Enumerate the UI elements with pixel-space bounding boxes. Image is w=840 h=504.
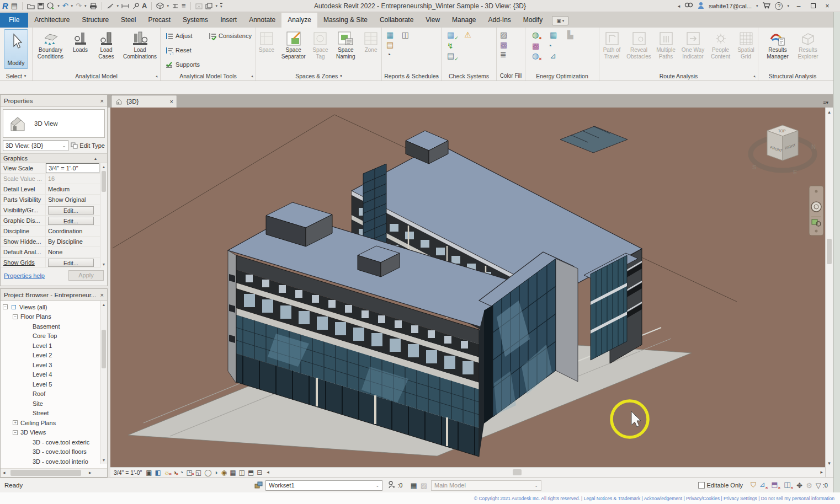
text-icon[interactable]: A — [142, 1, 147, 12]
editable-only-checkbox[interactable] — [698, 482, 705, 489]
tab-structure[interactable]: Structure — [76, 13, 115, 28]
space-separator-button[interactable]: Space Separator — [278, 29, 309, 61]
scroll-left-icon[interactable]: ◂ — [3, 470, 6, 475]
sun-path-icon[interactable]: ☼× — [164, 469, 170, 476]
tab-precast[interactable]: Precast — [142, 13, 177, 28]
optimize-icon[interactable]: ⊿ — [550, 51, 556, 60]
sync-icon[interactable] — [47, 2, 55, 9]
tab-add-ins[interactable]: Add-Ins — [482, 13, 517, 28]
show-grids-edit-button[interactable]: Edit... — [48, 259, 94, 267]
maximize-button[interactable] — [808, 2, 818, 10]
view-tab-close-icon[interactable]: × — [170, 98, 173, 105]
analytical-model-icon[interactable]: ◫ — [239, 469, 245, 476]
tree-item-level-5[interactable]: Level 5 — [1, 379, 107, 389]
space-naming-button[interactable]: Space Naming — [332, 29, 359, 61]
show-crop-region-icon[interactable]: ◱ — [195, 469, 201, 476]
check-warning-icon[interactable]: ⚠ — [464, 30, 471, 39]
open-icon[interactable] — [27, 3, 35, 9]
canvas-hscrollbar[interactable]: ◂ ▸ — [265, 468, 825, 477]
background-processes-icon[interactable]: ◫× — [784, 480, 793, 490]
worksets-icon[interactable] — [254, 481, 263, 490]
print-icon[interactable] — [89, 3, 97, 9]
tab-collaborate[interactable]: Collaborate — [374, 13, 419, 28]
panel-label-select[interactable]: Select▾ — [0, 71, 32, 81]
graphic-display-edit-button[interactable]: Edit... — [48, 217, 94, 225]
properties-close-icon[interactable]: × — [100, 98, 104, 104]
properties-help-link[interactable]: Properties help — [4, 272, 45, 279]
load-cases-button[interactable]: Load Cases — [93, 29, 120, 61]
reveal-constraints-icon[interactable]: ⊟ — [257, 469, 262, 476]
expand-icon[interactable]: + — [13, 420, 18, 425]
color-fill-legend-icon[interactable]: ≣ — [500, 50, 507, 59]
tab-architecture[interactable]: Architecture — [28, 13, 76, 28]
check-panel-icon[interactable]: ▤✓ — [447, 51, 459, 60]
tree-item-level-1[interactable]: Level 1 — [1, 341, 107, 351]
shadows-icon[interactable]: ◑× — [173, 469, 177, 476]
load-combinations-button[interactable]: Load Combinations — [121, 29, 160, 61]
tree-item-3d-views[interactable]: −3D Views — [1, 428, 107, 438]
collapse-icon[interactable]: − — [13, 314, 18, 319]
route-schedule-icon[interactable]: ◫ — [402, 30, 409, 39]
customize-qat-icon[interactable]: ▾ — [220, 3, 222, 9]
delete-energy-model-icon[interactable]: ◍× — [532, 51, 541, 60]
tree-item-site[interactable]: Site — [1, 399, 107, 409]
tab-view[interactable]: View — [419, 13, 446, 28]
scroll-right-icon[interactable]: ▸ — [89, 470, 92, 475]
section-icon[interactable] — [172, 3, 179, 9]
loss-report-icon[interactable]: ◔ — [386, 50, 391, 59]
tree-item-cove-tool-floors[interactable]: 3D - cove.tool floors — [1, 447, 107, 457]
minimize-button[interactable]: – — [794, 2, 804, 10]
property-row[interactable]: Show GridsEdit... — [1, 258, 107, 268]
energy-settings-icon[interactable]: ▦ — [550, 30, 557, 39]
ribbon-display-toggle[interactable]: ▣▾ — [552, 16, 568, 25]
section-graphics[interactable]: Graphics▴ — [1, 153, 107, 163]
worksharing-display-icon[interactable]: ⛉ — [751, 481, 756, 490]
property-row[interactable]: Visibility/Gr...Edit... — [1, 205, 107, 216]
project-browser-hscrollbar[interactable]: ◂ ▸ — [1, 468, 107, 477]
undo-dropdown-icon[interactable]: ▾ — [71, 4, 73, 8]
panel-label-reports-schedules[interactable]: Reports & Schedules▸ — [382, 71, 441, 81]
tree-item-core-top[interactable]: Core Top — [1, 331, 107, 341]
reset-button[interactable]: Reset — [163, 44, 194, 57]
tab-insert[interactable]: Insert — [214, 13, 243, 28]
scroll-left-icon[interactable]: ◂ — [267, 469, 269, 475]
store-cart-icon[interactable] — [762, 1, 770, 11]
location-icon[interactable]: ◍● — [532, 30, 542, 39]
navigation-bar[interactable] — [809, 186, 823, 235]
unlocked-view-icon[interactable]: ◯ — [204, 469, 211, 476]
panel-label-spaces-zones[interactable]: Spaces & Zones▾ — [256, 71, 381, 81]
project-browser-scrollbar[interactable]: ▴▾ — [100, 301, 107, 464]
panel-label-route-analysis[interactable]: Route Analysis▸ — [599, 71, 758, 81]
navbar-bottom-dot[interactable] — [815, 230, 818, 233]
account-name[interactable]: swhite17@cal... — [709, 3, 752, 9]
switch-windows-dropdown-icon[interactable]: ▾ — [216, 4, 218, 8]
pipe-legend-icon[interactable]: ▩ — [500, 40, 507, 49]
press-drag-icon[interactable]: ⬒× — [771, 480, 780, 490]
panel-label-analytical-model[interactable]: Analytical Model▸ — [33, 71, 160, 81]
tab-systems[interactable]: Systems — [177, 13, 214, 28]
check-duct-icon[interactable]: ▦✓ — [447, 30, 459, 39]
visual-style-icon[interactable]: ◧ — [155, 469, 161, 476]
tag-icon[interactable] — [132, 3, 139, 9]
viewcube-front-face[interactable] — [767, 131, 783, 160]
loads-button[interactable]: Loads — [69, 29, 92, 55]
create-energy-model-icon[interactable]: ▩ — [532, 41, 539, 50]
duct-legend-icon[interactable]: ▨ — [500, 30, 507, 39]
close-button[interactable]: × — [822, 2, 832, 10]
property-row[interactable]: Default Anal...None — [1, 247, 107, 258]
3d-view-dropdown-icon[interactable]: ▾ — [167, 4, 169, 8]
filter-icon[interactable]: ▽ — [816, 481, 821, 490]
detail-level-icon[interactable]: ▣ — [146, 469, 152, 476]
undo-icon[interactable]: ↶ — [62, 1, 68, 12]
tab-file[interactable]: File — [0, 13, 28, 28]
tab-modify[interactable]: Modify — [517, 13, 549, 28]
tab-manage[interactable]: Manage — [446, 13, 482, 28]
property-row[interactable]: Parts VisibilityShow Original — [1, 195, 107, 205]
steering-wheel-icon[interactable] — [811, 202, 821, 212]
tab-steel[interactable]: Steel — [115, 13, 142, 28]
redo-dropdown-icon[interactable]: ▾ — [84, 4, 87, 8]
type-preview[interactable]: 3D View — [3, 109, 105, 138]
property-row[interactable]: Show Hidde...By Discipline — [1, 237, 107, 247]
reveal-hidden-elements-icon[interactable]: ◉ — [221, 469, 227, 476]
save-icon[interactable] — [38, 3, 44, 9]
